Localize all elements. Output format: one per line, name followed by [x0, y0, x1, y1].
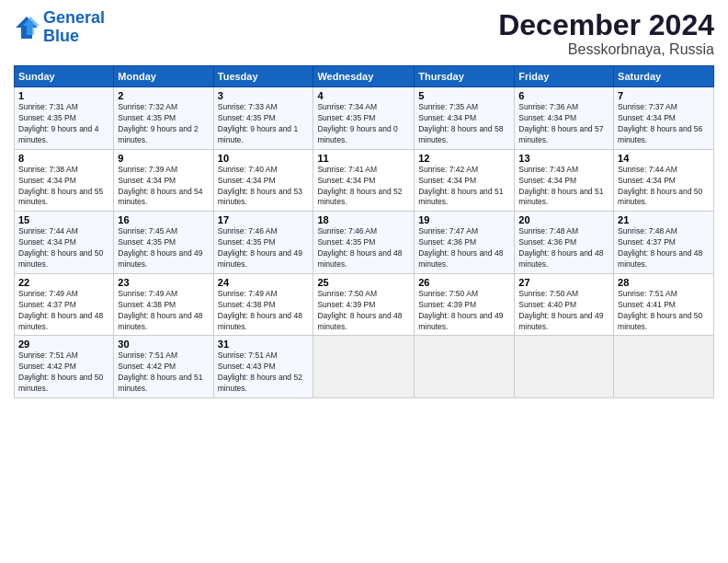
day-info: Sunrise: 7:32 AMSunset: 4:35 PMDaylight:…: [118, 102, 209, 146]
page: General Blue December 2024 Besskorbnaya,…: [0, 0, 728, 563]
calendar-cell: 17Sunrise: 7:46 AMSunset: 4:35 PMDayligh…: [213, 212, 313, 274]
calendar-cell: 7Sunrise: 7:37 AMSunset: 4:34 PMDaylight…: [614, 87, 714, 150]
calendar-cell: 14Sunrise: 7:44 AMSunset: 4:34 PMDayligh…: [614, 149, 714, 212]
calendar-cell: 16Sunrise: 7:45 AMSunset: 4:35 PMDayligh…: [114, 212, 213, 274]
day-number: 6: [518, 90, 609, 101]
day-number: 2: [118, 90, 209, 101]
calendar-cell: 3Sunrise: 7:33 AMSunset: 4:35 PMDaylight…: [213, 87, 313, 150]
day-info: Sunrise: 7:41 AMSunset: 4:34 PMDaylight:…: [317, 165, 410, 209]
calendar-cell: 1Sunrise: 7:31 AMSunset: 4:35 PMDaylight…: [15, 87, 114, 150]
logo-line2: Blue: [43, 27, 79, 45]
day-number: 11: [317, 153, 410, 164]
calendar-cell: 5Sunrise: 7:35 AMSunset: 4:34 PMDaylight…: [415, 87, 515, 150]
day-number: 25: [317, 277, 410, 288]
day-number: 24: [218, 277, 310, 288]
day-info: Sunrise: 7:31 AMSunset: 4:35 PMDaylight:…: [18, 102, 109, 146]
calendar-cell: 12Sunrise: 7:42 AMSunset: 4:34 PMDayligh…: [415, 149, 515, 212]
day-info: Sunrise: 7:47 AMSunset: 4:36 PMDaylight:…: [418, 226, 510, 270]
day-number: 18: [317, 214, 410, 225]
calendar-cell: 9Sunrise: 7:39 AMSunset: 4:34 PMDaylight…: [114, 149, 213, 212]
calendar-cell: 19Sunrise: 7:47 AMSunset: 4:36 PMDayligh…: [415, 212, 515, 274]
logo-icon: [14, 15, 40, 40]
calendar-header-row: SundayMondayTuesdayWednesdayThursdayFrid…: [15, 66, 714, 87]
day-info: Sunrise: 7:33 AMSunset: 4:35 PMDaylight:…: [218, 102, 310, 146]
calendar-week-row: 8Sunrise: 7:38 AMSunset: 4:34 PMDaylight…: [15, 149, 714, 212]
day-number: 8: [18, 153, 109, 164]
day-info: Sunrise: 7:50 AMSunset: 4:40 PMDaylight:…: [518, 289, 609, 333]
calendar-cell: 23Sunrise: 7:49 AMSunset: 4:38 PMDayligh…: [114, 273, 213, 336]
day-number: 4: [317, 90, 410, 101]
day-number: 31: [218, 339, 310, 350]
day-number: 9: [118, 153, 209, 164]
calendar-cell: 25Sunrise: 7:50 AMSunset: 4:39 PMDayligh…: [313, 273, 415, 336]
header-day-tuesday: Tuesday: [213, 66, 313, 87]
day-info: Sunrise: 7:49 AMSunset: 4:38 PMDaylight:…: [218, 289, 310, 333]
day-number: 10: [218, 153, 310, 164]
calendar-cell: 21Sunrise: 7:48 AMSunset: 4:37 PMDayligh…: [614, 212, 714, 274]
day-number: 20: [518, 214, 609, 225]
header-day-sunday: Sunday: [15, 66, 114, 87]
calendar-cell: 10Sunrise: 7:40 AMSunset: 4:34 PMDayligh…: [213, 149, 313, 212]
day-info: Sunrise: 7:51 AMSunset: 4:42 PMDaylight:…: [18, 350, 109, 395]
day-number: 15: [18, 214, 109, 225]
calendar-cell: 6Sunrise: 7:36 AMSunset: 4:34 PMDaylight…: [515, 87, 614, 150]
day-info: Sunrise: 7:49 AMSunset: 4:37 PMDaylight:…: [18, 289, 109, 333]
day-info: Sunrise: 7:46 AMSunset: 4:35 PMDaylight:…: [317, 226, 410, 270]
day-info: Sunrise: 7:51 AMSunset: 4:43 PMDaylight:…: [218, 350, 310, 395]
calendar-cell: 8Sunrise: 7:38 AMSunset: 4:34 PMDaylight…: [15, 149, 114, 212]
day-info: Sunrise: 7:43 AMSunset: 4:34 PMDaylight:…: [518, 165, 609, 209]
day-number: 28: [618, 277, 710, 288]
calendar-week-row: 1Sunrise: 7:31 AMSunset: 4:35 PMDaylight…: [15, 87, 714, 150]
header-day-monday: Monday: [114, 66, 213, 87]
day-number: 7: [618, 90, 710, 101]
logo-line1: General: [43, 8, 105, 27]
day-info: Sunrise: 7:42 AMSunset: 4:34 PMDaylight:…: [418, 165, 510, 209]
calendar-cell: 26Sunrise: 7:50 AMSunset: 4:39 PMDayligh…: [415, 273, 515, 336]
calendar-cell: 15Sunrise: 7:44 AMSunset: 4:34 PMDayligh…: [15, 212, 114, 274]
day-number: 12: [418, 153, 510, 164]
subtitle: Besskorbnaya, Russia: [498, 41, 714, 58]
day-info: Sunrise: 7:45 AMSunset: 4:35 PMDaylight:…: [118, 226, 209, 270]
calendar-cell: 22Sunrise: 7:49 AMSunset: 4:37 PMDayligh…: [15, 273, 114, 336]
day-info: Sunrise: 7:38 AMSunset: 4:34 PMDaylight:…: [18, 165, 109, 209]
day-info: Sunrise: 7:51 AMSunset: 4:42 PMDaylight:…: [118, 350, 209, 395]
day-number: 16: [118, 214, 209, 225]
day-number: 21: [618, 214, 710, 225]
calendar-cell: 2Sunrise: 7:32 AMSunset: 4:35 PMDaylight…: [114, 87, 213, 150]
main-title: December 2024: [498, 9, 714, 41]
title-block: December 2024 Besskorbnaya, Russia: [498, 9, 714, 58]
calendar-cell: [614, 336, 714, 398]
day-number: 3: [218, 90, 310, 101]
day-info: Sunrise: 7:39 AMSunset: 4:34 PMDaylight:…: [118, 165, 209, 209]
day-number: 19: [418, 214, 510, 225]
day-number: 26: [418, 277, 510, 288]
header-day-wednesday: Wednesday: [313, 66, 415, 87]
day-number: 27: [518, 277, 609, 288]
calendar-cell: [515, 336, 614, 398]
day-info: Sunrise: 7:44 AMSunset: 4:34 PMDaylight:…: [618, 165, 710, 209]
day-number: 1: [18, 90, 109, 101]
day-info: Sunrise: 7:44 AMSunset: 4:34 PMDaylight:…: [18, 226, 109, 270]
calendar-cell: 24Sunrise: 7:49 AMSunset: 4:38 PMDayligh…: [213, 273, 313, 336]
day-info: Sunrise: 7:37 AMSunset: 4:34 PMDaylight:…: [618, 102, 710, 146]
day-number: 14: [618, 153, 710, 164]
calendar-cell: 4Sunrise: 7:34 AMSunset: 4:35 PMDaylight…: [313, 87, 415, 150]
day-number: 5: [418, 90, 510, 101]
day-number: 13: [518, 153, 609, 164]
day-info: Sunrise: 7:34 AMSunset: 4:35 PMDaylight:…: [317, 102, 410, 146]
calendar-cell: 28Sunrise: 7:51 AMSunset: 4:41 PMDayligh…: [614, 273, 714, 336]
header-day-thursday: Thursday: [415, 66, 515, 87]
day-info: Sunrise: 7:48 AMSunset: 4:36 PMDaylight:…: [518, 226, 609, 270]
calendar-week-row: 22Sunrise: 7:49 AMSunset: 4:37 PMDayligh…: [15, 273, 714, 336]
calendar: SundayMondayTuesdayWednesdayThursdayFrid…: [14, 65, 714, 398]
day-number: 17: [218, 214, 310, 225]
day-number: 22: [18, 277, 109, 288]
day-info: Sunrise: 7:36 AMSunset: 4:34 PMDaylight:…: [518, 102, 609, 146]
day-info: Sunrise: 7:35 AMSunset: 4:34 PMDaylight:…: [418, 102, 510, 146]
calendar-cell: 27Sunrise: 7:50 AMSunset: 4:40 PMDayligh…: [515, 273, 614, 336]
day-number: 29: [18, 339, 109, 350]
day-info: Sunrise: 7:51 AMSunset: 4:41 PMDaylight:…: [618, 289, 710, 333]
day-info: Sunrise: 7:50 AMSunset: 4:39 PMDaylight:…: [418, 289, 510, 333]
logo-text: General Blue: [43, 9, 105, 46]
header: General Blue December 2024 Besskorbnaya,…: [14, 9, 714, 58]
